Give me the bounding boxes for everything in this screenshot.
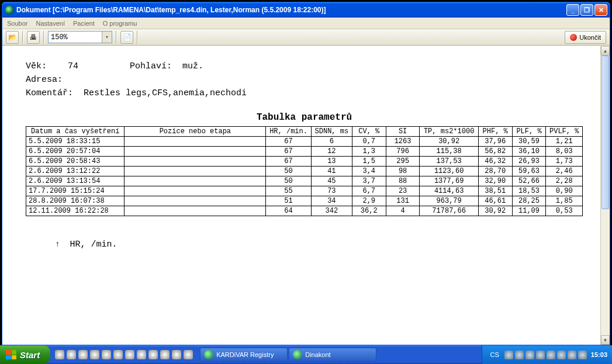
end-button[interactable]: Ukončit bbox=[565, 31, 606, 44]
table-cell: 1263 bbox=[386, 137, 420, 147]
table-cell: 1,5 bbox=[352, 157, 386, 167]
start-button[interactable]: Start bbox=[0, 345, 50, 364]
tray-icon[interactable] bbox=[578, 351, 587, 359]
app-icon bbox=[5, 5, 14, 15]
table-cell: 50 bbox=[266, 176, 312, 186]
quick-icon[interactable] bbox=[78, 350, 88, 359]
table-cell: 36,10 bbox=[512, 147, 546, 157]
table-cell: 67 bbox=[266, 137, 312, 147]
col-sdnn: SDNN, ms bbox=[311, 127, 352, 137]
table-cell: 30,92 bbox=[420, 137, 478, 147]
system-tray: CS 15:03 bbox=[482, 345, 612, 364]
quick-icon[interactable] bbox=[125, 350, 134, 359]
menu-soubor[interactable]: Soubor bbox=[7, 20, 27, 27]
zoom-select[interactable]: 150% bbox=[48, 31, 112, 43]
table-header-row: Datum a čas vyšetření Pozice nebo etapa … bbox=[26, 127, 583, 137]
quick-launch bbox=[50, 350, 198, 359]
tray-icon[interactable] bbox=[547, 351, 555, 359]
table-cell: 295 bbox=[386, 157, 420, 167]
clock[interactable]: 15:03 bbox=[589, 351, 607, 358]
title-bar[interactable]: Dokument [C:\Program Files\RAMENA\Dat\te… bbox=[2, 2, 610, 18]
quick-icon[interactable] bbox=[67, 350, 76, 359]
table-cell: 41 bbox=[311, 167, 352, 176]
quick-icon[interactable] bbox=[172, 350, 181, 359]
language-indicator[interactable]: CS bbox=[487, 351, 503, 358]
table-cell: 55 bbox=[266, 186, 312, 196]
table-cell: 59,63 bbox=[512, 167, 546, 176]
scroll-down-button[interactable]: ▼ bbox=[601, 335, 610, 345]
table-cell: 0,7 bbox=[352, 137, 386, 147]
table-cell: 1,85 bbox=[546, 196, 583, 206]
table-cell: 30,59 bbox=[512, 137, 546, 147]
table-cell: 2,46 bbox=[546, 167, 583, 176]
table-row: 28.8.2009 16:07:3851342,9131963,7946,612… bbox=[26, 196, 583, 206]
table-cell: 0,53 bbox=[546, 206, 583, 216]
minimize-button[interactable]: _ bbox=[566, 4, 579, 16]
copy-button[interactable]: 📄 bbox=[120, 31, 133, 44]
table-cell: 12 bbox=[311, 147, 352, 157]
col-phf: PHF, % bbox=[478, 127, 512, 137]
table-cell: 4 bbox=[386, 206, 420, 216]
tray-icon[interactable] bbox=[568, 351, 576, 359]
document-area: Věk: 74 Pohlaví: muž. Adresa: Komentář: … bbox=[2, 46, 610, 345]
separator bbox=[116, 31, 117, 44]
table-title: Tabulka parametrů bbox=[26, 112, 583, 123]
quick-icon[interactable] bbox=[148, 350, 158, 359]
table-cell: 71787,66 bbox=[420, 206, 478, 216]
up-arrow-icon: ↑ bbox=[55, 240, 60, 249]
scroll-thumb[interactable] bbox=[601, 56, 609, 209]
task-kardivar[interactable]: KARDiVAR Registry bbox=[200, 348, 288, 362]
age-label: Věk: bbox=[26, 61, 47, 71]
table-cell: 796 bbox=[386, 147, 420, 157]
open-button[interactable]: 📂 bbox=[6, 31, 19, 44]
tray-icon[interactable] bbox=[525, 351, 534, 359]
tray-icon[interactable] bbox=[557, 351, 566, 359]
col-pvlf: PVLF, % bbox=[546, 127, 583, 137]
table-cell: 6 bbox=[311, 137, 352, 147]
table-cell: 45 bbox=[311, 176, 352, 186]
table-row: 12.11.2009 16:22:286434236,2471787,6630,… bbox=[26, 206, 583, 216]
tray-icon[interactable] bbox=[504, 351, 513, 359]
table-cell: 17.7.2009 15:15:24 bbox=[26, 186, 125, 196]
table-cell: 88 bbox=[386, 176, 420, 186]
scroll-track[interactable] bbox=[601, 56, 610, 335]
table-cell: 64 bbox=[266, 206, 312, 216]
quick-icon[interactable] bbox=[137, 350, 146, 359]
quick-icon[interactable] bbox=[102, 350, 111, 359]
table-cell: 28,25 bbox=[512, 196, 546, 206]
separator bbox=[22, 31, 23, 44]
table-cell: 115,38 bbox=[420, 147, 478, 157]
col-si: SI bbox=[386, 127, 420, 137]
table-cell: 137,53 bbox=[420, 157, 478, 167]
tray-icon[interactable] bbox=[536, 351, 545, 359]
print-button[interactable]: 🖶 bbox=[27, 31, 40, 44]
quick-icon[interactable] bbox=[55, 350, 64, 359]
table-cell: 6,7 bbox=[352, 186, 386, 196]
restore-button[interactable]: ❐ bbox=[580, 4, 593, 16]
quick-icon[interactable] bbox=[90, 350, 99, 359]
table-cell: 51 bbox=[266, 196, 312, 206]
task-dinakont[interactable]: Dinakont bbox=[289, 348, 376, 362]
comment-label: Komentář: bbox=[26, 88, 73, 98]
table-cell: 56,82 bbox=[478, 147, 512, 157]
table-cell: 36,2 bbox=[352, 206, 386, 216]
menu-nastaveni[interactable]: Nastavení bbox=[36, 20, 65, 27]
table-cell: 32,90 bbox=[478, 176, 512, 186]
quick-icon[interactable] bbox=[184, 350, 193, 359]
sex-label: Pohlaví: bbox=[130, 61, 172, 71]
table-cell: 2,9 bbox=[352, 196, 386, 206]
table-cell: 131 bbox=[386, 196, 420, 206]
table-cell bbox=[125, 137, 266, 147]
table-cell: 12.11.2009 16:22:28 bbox=[26, 206, 125, 216]
vertical-scrollbar[interactable]: ▲ ▼ bbox=[600, 46, 610, 345]
menu-pacient[interactable]: Pacient bbox=[73, 20, 95, 27]
menu-oprogramu[interactable]: O programu bbox=[103, 20, 137, 27]
table-cell: 52,66 bbox=[512, 176, 546, 186]
tray-icon[interactable] bbox=[515, 351, 524, 359]
table-cell bbox=[125, 196, 266, 206]
quick-icon[interactable] bbox=[113, 350, 123, 359]
close-button[interactable]: ✕ bbox=[594, 4, 607, 16]
scroll-up-button[interactable]: ▲ bbox=[601, 46, 610, 56]
table-cell: 1,21 bbox=[546, 137, 583, 147]
quick-icon[interactable] bbox=[160, 350, 170, 359]
